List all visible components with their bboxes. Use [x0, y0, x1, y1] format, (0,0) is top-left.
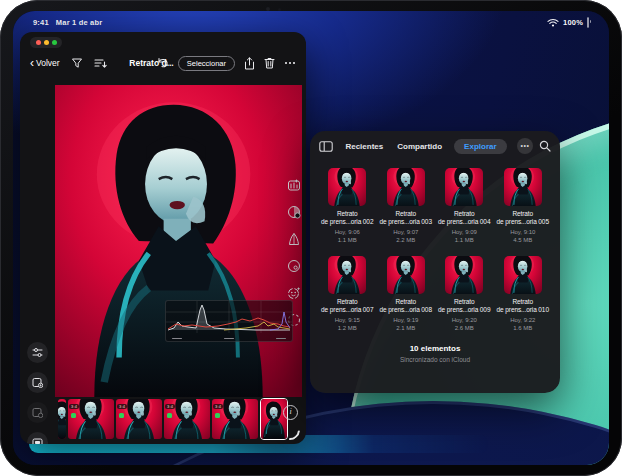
files-tabs: Recientes Compartido Explorar: [343, 139, 506, 154]
file-item[interactable]: Retrato de prens...oria 003 Hoy, 9:07 2.…: [377, 168, 436, 243]
editor-toolbar: ‹ Volver Retrato d... Seleccionar: [20, 49, 306, 77]
ipad-frame: 9:41 Mar 1 de abr 100%: [0, 0, 622, 476]
file-thumbnail: [504, 256, 542, 294]
photo-editor-window: ‹ Volver Retrato d... Seleccionar: [20, 32, 306, 444]
filmstrip: 3:4 3:4 3:4: [58, 399, 288, 439]
file-thumbnail: [445, 256, 483, 294]
filmstrip-thumbnail[interactable]: 3:4: [116, 399, 162, 439]
files-more-button[interactable]: •••: [517, 138, 533, 154]
aspect-badge: 3:4: [213, 404, 223, 409]
file-name: Retrato de prens...oria 008: [377, 298, 436, 315]
file-thumbnail: [504, 168, 542, 206]
wifi-icon: [547, 18, 559, 27]
back-button[interactable]: ‹ Volver: [30, 58, 60, 68]
file-size: 1.1 MB: [435, 237, 494, 243]
main-photo[interactable]: [55, 85, 302, 397]
edited-indicator: [71, 413, 76, 418]
more-icon[interactable]: [284, 61, 296, 65]
auto-adjust-icon[interactable]: [287, 178, 301, 192]
adjustments-button[interactable]: [27, 342, 48, 363]
screenshot-stage: 9:41 Mar 1 de abr 100%: [0, 0, 622, 476]
info-button[interactable]: i: [283, 405, 298, 420]
export-button[interactable]: [27, 372, 48, 393]
edited-indicator: [167, 413, 172, 418]
item-count: 10 elementos: [310, 344, 560, 353]
filmstrip-thumbnail[interactable]: 3:4: [212, 399, 258, 439]
file-item[interactable]: Retrato de prens...oria 004 Hoy, 9:09 1.…: [435, 168, 494, 243]
files-footer: 10 elementos Sincronizado con iCloud: [310, 344, 560, 363]
window-controls[interactable]: [30, 37, 62, 48]
curves-icon[interactable]: [287, 232, 301, 246]
files-tab[interactable]: Explorar: [454, 139, 506, 154]
back-label: Volver: [36, 58, 60, 68]
histogram-overlay: [165, 300, 293, 342]
file-item[interactable]: Retrato de prens...oria 008 Hoy, 9:19 2.…: [377, 256, 436, 331]
filmstrip-thumbnail[interactable]: [58, 399, 66, 439]
search-icon[interactable]: [539, 140, 551, 152]
edited-indicator: [119, 413, 124, 418]
file-size: 2.1 MB: [377, 325, 436, 331]
file-item[interactable]: Retrato de prens...oria 002 Hoy, 9:06 1.…: [318, 168, 377, 243]
file-modified-time: Hoy, 9:10: [494, 229, 553, 235]
icloud-sync-status: Sincronizado con iCloud: [310, 356, 560, 363]
file-thumbnail: [328, 256, 366, 294]
white-balance-icon[interactable]: [287, 259, 301, 273]
file-thumbnail: [445, 168, 483, 206]
sidebar-toggle-icon[interactable]: [319, 141, 333, 152]
retouch-face-icon[interactable]: [287, 286, 301, 300]
filmstrip-thumbnail[interactable]: 3:4: [68, 399, 114, 439]
file-modified-time: Hoy, 9:06: [318, 229, 377, 235]
file-name: Retrato de prens...oria 005: [494, 210, 553, 227]
filmstrip-thumbnail[interactable]: 3:4: [164, 399, 210, 439]
file-thumbnail: [387, 256, 425, 294]
file-size: 1.1 MB: [318, 237, 377, 243]
file-modified-time: Hoy, 9:09: [435, 229, 494, 235]
file-size: 2.2 MB: [377, 237, 436, 243]
file-size: 2.6 MB: [435, 325, 494, 331]
file-item[interactable]: Retrato de prens...oria 007 Hoy, 9:15 1.…: [318, 256, 377, 331]
file-modified-time: Hoy, 9:22: [494, 317, 553, 323]
chevron-left-icon: ‹: [30, 59, 34, 67]
status-bar: 9:41 Mar 1 de abr 100%: [13, 15, 609, 29]
share-icon[interactable]: [244, 57, 255, 70]
aspect-badge: 3:4: [69, 404, 79, 409]
file-size: 1.6 MB: [494, 325, 553, 331]
files-tab[interactable]: Compartido: [395, 139, 444, 154]
histogram-axis-marks: [166, 338, 292, 340]
sort-icon[interactable]: [94, 58, 107, 69]
filters-icon[interactable]: [287, 205, 301, 219]
file-modified-time: Hoy, 9:15: [318, 317, 377, 323]
file-name: Retrato de prens...oria 004: [435, 210, 494, 227]
edited-indicator: [215, 413, 220, 418]
file-size: 1.2 MB: [318, 325, 377, 331]
status-date: Mar 1 de abr: [56, 18, 103, 27]
file-name: Retrato de prens...oria 003: [377, 210, 436, 227]
close-window-icon[interactable]: [36, 40, 41, 45]
copy-edits-button[interactable]: [27, 402, 48, 423]
file-item[interactable]: Retrato de prens...oria 009 Hoy, 9:20 2.…: [435, 256, 494, 331]
status-time: 9:41: [33, 18, 49, 27]
battery-percent: 100%: [563, 18, 583, 27]
file-name: Retrato de prens...oria 007: [318, 298, 377, 315]
file-item[interactable]: Retrato de prens...oria 005 Hoy, 9:10 4.…: [494, 168, 553, 243]
files-grid: Retrato de prens...oria 002 Hoy, 9:06 1.…: [310, 161, 560, 331]
library-button[interactable]: [27, 432, 48, 444]
file-thumbnail: [387, 168, 425, 206]
battery-icon: [587, 18, 589, 27]
minimize-window-icon[interactable]: [44, 40, 49, 45]
aspect-badge: 3:4: [165, 404, 175, 409]
zoom-window-icon[interactable]: [52, 40, 57, 45]
file-name: Retrato de prens...oria 010: [494, 298, 553, 315]
files-tab[interactable]: Recientes: [343, 139, 385, 154]
file-thumbnail: [328, 168, 366, 206]
file-modified-time: Hoy, 9:19: [377, 317, 436, 323]
file-modified-time: Hoy, 9:20: [435, 317, 494, 323]
file-item[interactable]: Retrato de prens...oria 010 Hoy, 9:22 1.…: [494, 256, 553, 331]
editor-side-buttons: [27, 342, 48, 444]
file-size: 4.5 MB: [494, 237, 553, 243]
ipad-screen: 9:41 Mar 1 de abr 100%: [13, 11, 609, 465]
trash-icon[interactable]: [264, 57, 275, 69]
filter-funnel-icon[interactable]: [71, 57, 83, 69]
editor-title: Retrato d...: [129, 58, 173, 68]
select-button[interactable]: Seleccionar: [178, 56, 235, 71]
